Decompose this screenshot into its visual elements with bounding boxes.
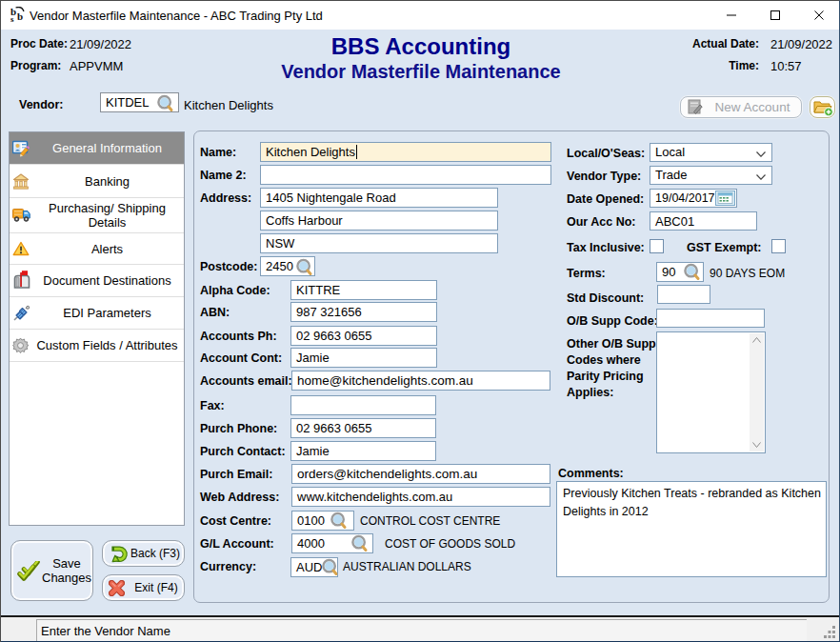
svg-text:s: s <box>10 14 14 23</box>
svg-text:b: b <box>17 10 23 22</box>
